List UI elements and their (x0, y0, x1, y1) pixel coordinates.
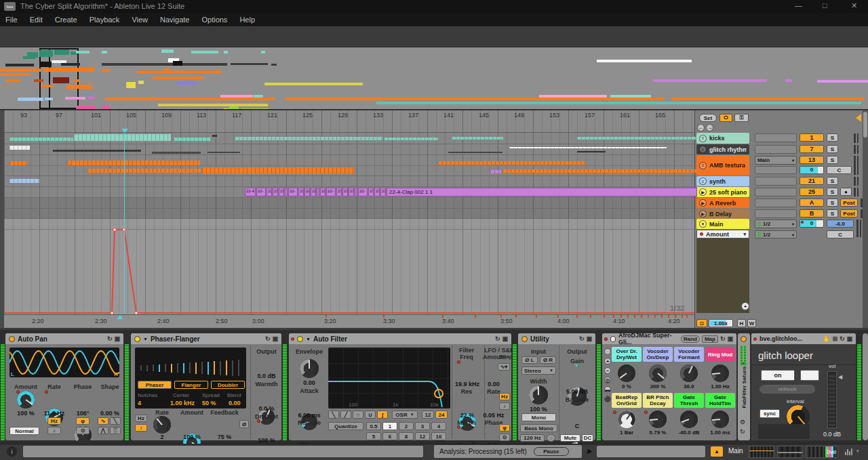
device-on-toggle[interactable] (134, 336, 140, 342)
device-on-toggle[interactable] (9, 336, 15, 342)
pause-button[interactable]: Pause (534, 447, 569, 456)
macro-value[interactable]: 36.0 (674, 383, 704, 390)
rate-sync-button[interactable]: ♪ (47, 427, 61, 434)
device-on-toggle[interactable] (741, 336, 747, 342)
zoom-height-button[interactable]: H (737, 319, 746, 327)
vol-slider-handle[interactable]: ◀ (838, 374, 842, 380)
save-preset-icon[interactable]: ▣ (114, 335, 120, 342)
info-icon[interactable]: i (7, 446, 17, 457)
device-on-toggle[interactable] (297, 336, 303, 342)
phase-invert-l-button[interactable]: Ø L (521, 356, 538, 364)
arrangement-overview[interactable] (0, 47, 868, 110)
track-lane-synth[interactable] (4, 176, 694, 187)
track-number-button[interactable]: A (800, 198, 824, 207)
hot-swap-icon[interactable]: ↻ (840, 335, 845, 342)
track-volume-field[interactable]: 0 (800, 166, 824, 174)
playhead-triangle-bottom[interactable] (117, 315, 123, 319)
lfo-shape-select[interactable]: ∿▾ (498, 363, 510, 371)
track-header-b-delay[interactable]: ▶B Delay (696, 209, 749, 219)
lfo-spin-button[interactable]: ⊙ (499, 434, 510, 441)
filter-display[interactable]: 100 1k 10k (328, 348, 450, 409)
rate-sync-button[interactable]: ♪ (135, 424, 147, 432)
menu-file[interactable]: File (5, 16, 18, 24)
macro-value[interactable]: -40.0 dB (674, 430, 704, 436)
automation-param-select[interactable]: Amount▾ (696, 230, 749, 238)
playback-speed-field[interactable]: 1.00x (709, 319, 733, 327)
track-solo-button[interactable]: S (827, 188, 838, 196)
add-macro-button[interactable]: + (604, 358, 611, 364)
device-view-toggle[interactable]: ▬ (604, 386, 611, 393)
track-lane-kicks[interactable] (4, 133, 694, 144)
track-io-box[interactable] (755, 145, 797, 154)
return-post-button[interactable]: Post (840, 209, 858, 217)
track-pan-field[interactable]: C (827, 166, 852, 174)
quantize-beats-button[interactable]: 4 (431, 422, 446, 430)
track-io-box[interactable] (755, 188, 797, 196)
macro-knob[interactable] (649, 411, 667, 428)
menu-edit[interactable]: Edit (30, 16, 43, 24)
track-solo-button[interactable]: S (827, 133, 838, 142)
normal-mode-button[interactable]: Normal (9, 427, 39, 435)
menu-navigate[interactable]: Navigate (160, 16, 189, 24)
center-value[interactable]: 1.00 kHz (170, 400, 195, 406)
fold-device-view-button[interactable]: ▲ (711, 446, 723, 457)
automation-lane-amount[interactable] (4, 230, 694, 314)
phase-invert-r-button[interactable]: Ø R (540, 356, 556, 364)
track-lane-amb-testura-a[interactable] (4, 155, 694, 166)
quantize-beats-button[interactable]: 2 (399, 422, 414, 430)
macro-value[interactable]: 0 % (612, 383, 642, 390)
mono-button[interactable]: Mono (521, 413, 556, 421)
filter-type-highpass-button[interactable]: ╱ (340, 411, 351, 419)
rate-hz-button[interactable]: Hz (135, 415, 147, 422)
device-thumbnail-1[interactable] (749, 446, 774, 458)
refresh-button[interactable]: refresh (760, 385, 815, 394)
save-preset-icon[interactable]: ▣ (846, 335, 852, 342)
menu-view[interactable]: View (132, 16, 148, 24)
amount-pan-field[interactable]: C (827, 230, 854, 238)
track-io-box[interactable] (755, 198, 797, 207)
track-lane-glitch-rhythm[interactable] (4, 144, 694, 155)
track-lane-piano[interactable] (4, 187, 694, 198)
macro-knob[interactable] (618, 411, 635, 428)
back-arrow-button[interactable]: ← (697, 124, 705, 131)
quantize-button[interactable]: Quantize (328, 422, 363, 430)
feedback-invert-button[interactable]: Ø (239, 420, 249, 428)
hot-swap-icon[interactable]: ↻ (720, 335, 726, 343)
status-play-icon[interactable]: ▶ (587, 447, 593, 455)
rate-hz-button[interactable]: Hz (47, 417, 61, 425)
quantize-beats-button[interactable]: 0.5 (366, 422, 381, 430)
return-post-button[interactable]: Post (840, 198, 858, 207)
save-preset-icon[interactable]: ▣ (502, 335, 508, 342)
remove-macro-button[interactable]: − (604, 367, 611, 374)
track-routing-select[interactable]: 1/2▾ (755, 219, 797, 228)
track-header-25-soft-piano-fo[interactable]: ▶25 soft piano fo (696, 187, 749, 197)
open-editor-icon[interactable]: ⊞ (832, 335, 837, 342)
track-header-synth[interactable]: ≡synth (696, 176, 749, 186)
waveform-saw-button[interactable]: ╲ (110, 417, 121, 425)
macro-value[interactable]: 200 % (643, 383, 673, 390)
envelope-amount-knob[interactable] (300, 359, 319, 378)
channel-mode-select[interactable]: Stereo▼ (521, 367, 556, 375)
menu-help[interactable]: Help (239, 16, 255, 24)
hot-swap-icon[interactable]: ↻ (740, 428, 745, 435)
track-header-glitch-rhythm[interactable]: ≡glitch rhythm (696, 144, 749, 154)
device-view-scroll-panel[interactable] (863, 333, 868, 440)
return-lane-a-reverb[interactable] (4, 198, 694, 209)
mode-doubler-button[interactable]: Doubler (211, 381, 245, 389)
macro-value[interactable]: 0.79 % (643, 430, 673, 436)
track-lane-amb-testura-b[interactable] (4, 166, 694, 176)
macro-knob[interactable] (618, 364, 635, 382)
quantize-beats-button[interactable]: 1 (382, 422, 397, 430)
mode-flanger-button[interactable]: Flanger (174, 381, 208, 389)
phase-button[interactable]: φ (76, 417, 90, 425)
device-on-toggle[interactable] (521, 336, 528, 342)
circuit-select[interactable]: OSR▼ (392, 411, 418, 419)
set-button[interactable]: Set (699, 114, 717, 122)
add-automation-lane-button[interactable]: + (741, 302, 749, 310)
chain-view-toggle[interactable]: ◎ (604, 377, 611, 383)
quantize-beats-button[interactable]: 3 (415, 422, 430, 430)
track-routing-select[interactable]: 1/2▾ (755, 230, 797, 238)
track-number-button[interactable]: B (800, 209, 824, 217)
hot-swap-icon[interactable]: ↻ (107, 335, 113, 342)
quantize-beats-button[interactable]: 8 (399, 432, 414, 440)
